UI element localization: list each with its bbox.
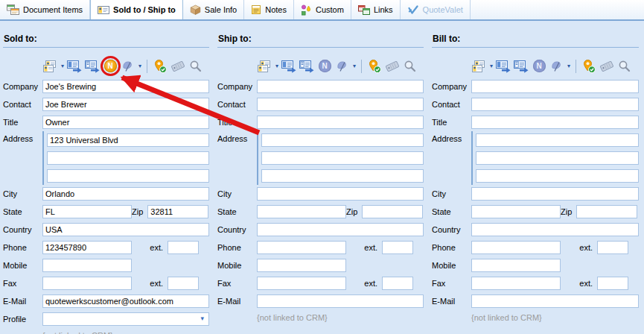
contact-lookup-caret-icon[interactable]: ▾ [60, 63, 65, 69]
sold-to-address2-input[interactable] [47, 151, 209, 165]
field-row: City [3, 185, 209, 203]
ship-to-fax-ext-input[interactable] [382, 277, 413, 290]
copy-window-icon [281, 60, 297, 73]
search-button[interactable] [188, 58, 204, 75]
sold-to-zip-input[interactable] [147, 205, 208, 218]
bill-to-company-input[interactable] [471, 80, 639, 93]
tag-button[interactable] [384, 58, 401, 75]
sold-to-country-input[interactable] [42, 223, 209, 236]
bill-to-fax-ext-input[interactable] [597, 277, 628, 290]
sold-to-fax-ext-input[interactable] [168, 277, 199, 290]
tab-notes[interactable]: Notes [244, 0, 294, 19]
address-validate-button[interactable] [581, 58, 597, 75]
copy-address-to-button[interactable] [281, 58, 297, 75]
bill-to-city-input[interactable] [471, 187, 639, 201]
sold-to-state-input[interactable] [42, 205, 132, 218]
writeback-brush-button[interactable] [549, 58, 565, 75]
tab-document-items[interactable]: Document Items [0, 0, 90, 19]
address-group [257, 131, 424, 185]
bill-to-contact-input[interactable] [471, 98, 639, 111]
copy-address-to-button[interactable] [495, 58, 511, 75]
tab-label: Notes [265, 5, 287, 14]
ext-label: ext. [579, 243, 597, 252]
sold-to-title-input[interactable] [42, 116, 209, 129]
bill-to-zip-input[interactable] [576, 205, 637, 218]
sold-to-company-input[interactable] [42, 80, 209, 93]
tab-quotevalet[interactable]: QuoteValet [401, 0, 471, 19]
ext-label: ext. [150, 243, 168, 252]
bill-to-phone-input[interactable] [471, 241, 561, 254]
ship-to-email-input[interactable] [257, 294, 424, 308]
ship-to-zip-input[interactable] [362, 205, 423, 218]
tab-custom[interactable]: Custom [294, 0, 351, 19]
field-row: Title [432, 113, 639, 131]
contact-lookup-button[interactable] [42, 58, 59, 75]
bill-to-address2-input[interactable] [476, 151, 639, 165]
email-label: E-Mail [3, 297, 42, 306]
writeback-caret-icon[interactable]: ▾ [138, 63, 142, 69]
sold-to-fax-input[interactable] [42, 277, 132, 290]
tag-button[interactable] [599, 58, 615, 75]
copy-address-from-button[interactable] [84, 58, 101, 75]
sold-to-address1-input[interactable] [47, 133, 209, 147]
ship-to-title-input[interactable] [257, 116, 424, 129]
ship-to-address3-input[interactable] [261, 169, 424, 183]
tab-sold-to-ship-to[interactable]: Sold to / Ship to [90, 0, 183, 19]
ship-to-state-input[interactable] [257, 205, 346, 218]
bill-to-address1-input[interactable] [476, 133, 639, 147]
bill-to-state-input[interactable] [471, 205, 561, 218]
bill-to-mobile-input[interactable] [471, 259, 561, 272]
writeback-brush-button[interactable] [120, 58, 136, 75]
sold-to-address3-input[interactable] [47, 169, 209, 183]
copy-address-to-button[interactable] [66, 58, 83, 75]
sold-to-city-input[interactable] [42, 187, 209, 201]
sold-to-crm-n-button[interactable]: N [102, 58, 118, 75]
address-validate-button[interactable] [152, 58, 168, 75]
brush-icon [120, 60, 136, 73]
ext-label: ext. [364, 243, 382, 252]
ship-to-panel: Ship to: ▾ N ▾ Company Contact Title Add… [214, 24, 429, 334]
tab-links[interactable]: Links [351, 0, 401, 19]
tab-sale-info[interactable]: Sale Info [183, 0, 244, 19]
ship-to-mobile-input[interactable] [257, 259, 346, 272]
contact-lookup-button[interactable] [257, 58, 273, 75]
email-label: E-Mail [217, 297, 257, 306]
sold-to-profile-dropdown[interactable]: ▾ [42, 312, 209, 326]
search-button[interactable] [402, 58, 418, 75]
bill-to-crm-n-button[interactable]: N [531, 58, 547, 75]
contact-lookup-button[interactable] [471, 58, 488, 75]
tag-button[interactable] [170, 58, 186, 75]
writeback-caret-icon[interactable]: ▾ [567, 63, 571, 69]
writeback-caret-icon[interactable]: ▾ [352, 63, 357, 69]
field-row: StateZip [3, 203, 209, 221]
copy-address-from-button[interactable] [513, 58, 529, 75]
ext-label: ext. [150, 279, 168, 288]
ship-to-phone-ext-input[interactable] [382, 241, 413, 254]
bill-to-country-input[interactable] [471, 223, 639, 236]
ship-to-phone-input[interactable] [257, 241, 346, 254]
ship-to-city-input[interactable] [257, 187, 424, 201]
bill-to-address3-input[interactable] [476, 169, 639, 183]
search-button[interactable] [616, 58, 633, 75]
sold-to-contact-input[interactable] [42, 98, 209, 111]
sold-to-email-input[interactable] [42, 294, 209, 308]
ship-to-address2-input[interactable] [261, 151, 424, 165]
contact-lookup-caret-icon[interactable]: ▾ [275, 63, 279, 69]
address-validate-button[interactable] [366, 58, 383, 75]
bill-to-phone-ext-input[interactable] [597, 241, 628, 254]
ship-to-fax-input[interactable] [257, 277, 346, 290]
contact-lookup-caret-icon[interactable]: ▾ [489, 63, 494, 69]
writeback-brush-button[interactable] [334, 58, 351, 75]
ship-to-crm-n-button[interactable]: N [316, 58, 333, 75]
bill-to-title-input[interactable] [471, 116, 639, 129]
ship-to-contact-input[interactable] [257, 98, 424, 111]
bill-to-email-input[interactable] [471, 294, 639, 308]
bill-to-fax-input[interactable] [471, 277, 561, 290]
sold-to-phone-ext-input[interactable] [168, 241, 199, 254]
ship-to-address1-input[interactable] [261, 133, 424, 147]
sold-to-phone-input[interactable] [42, 241, 132, 254]
ship-to-country-input[interactable] [257, 223, 424, 236]
sold-to-mobile-input[interactable] [42, 259, 132, 272]
ship-to-company-input[interactable] [257, 80, 424, 93]
copy-address-from-button[interactable] [299, 58, 315, 75]
